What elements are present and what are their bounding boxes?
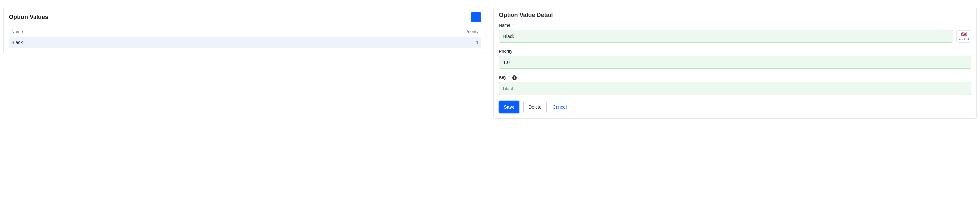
table-row[interactable]: Black 1 [9,37,481,48]
label-name-text: Name [499,23,511,28]
required-marker: * [512,23,514,28]
key-input[interactable] [499,82,972,95]
save-button[interactable]: Save [499,101,520,113]
page: Option Values Name Priority Black 1 [0,0,980,122]
name-input[interactable] [499,30,953,43]
field-priority: Priority [499,49,972,69]
locale-picker[interactable]: 🇺🇸 en-US [956,30,971,43]
col-name: Name [9,26,452,37]
option-value-detail-panel: Option Value Detail Name * 🇺🇸 en-US [493,7,977,119]
priority-input[interactable] [499,56,972,69]
label-priority: Priority [499,49,972,54]
field-name: Name * 🇺🇸 en-US [499,23,972,43]
label-name: Name * [499,23,953,28]
detail-actions: Save Delete Cancel [499,101,972,113]
flag-icon: 🇺🇸 [961,32,967,37]
help-icon[interactable]: ? [512,75,517,80]
cell-name: Black [9,37,452,48]
detail-header: Option Value Detail [494,7,977,20]
option-values-table: Name Priority Black 1 [9,26,481,48]
option-values-header: Option Values [3,7,487,26]
option-values-title: Option Values [9,14,48,21]
option-values-panel: Option Values Name Priority Black 1 [3,7,487,54]
required-marker: * [508,75,510,80]
label-key: Key * ? [499,75,972,80]
detail-form: Name * 🇺🇸 en-US Priority [494,20,977,118]
delete-button[interactable]: Delete [523,101,546,113]
cell-priority: 1 [452,37,481,48]
cancel-button[interactable]: Cancel [550,101,569,113]
col-priority: Priority [452,26,481,37]
plus-icon [473,14,479,20]
detail-title: Option Value Detail [499,12,972,19]
locale-code: en-US [959,37,969,41]
label-key-text: Key [499,75,506,80]
add-option-value-button[interactable] [471,12,481,22]
field-key: Key * ? [499,75,972,95]
